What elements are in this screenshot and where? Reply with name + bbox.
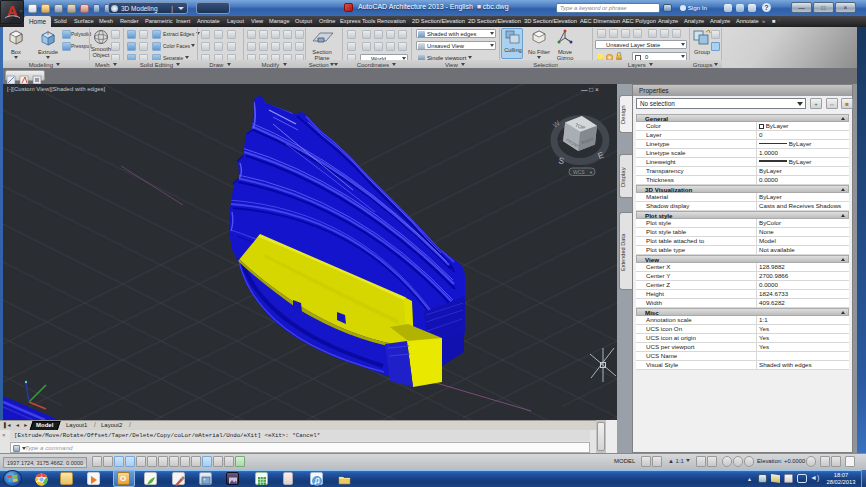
svg-text:▼: ▼ xyxy=(589,170,593,175)
svg-text:WCS: WCS xyxy=(573,169,585,175)
